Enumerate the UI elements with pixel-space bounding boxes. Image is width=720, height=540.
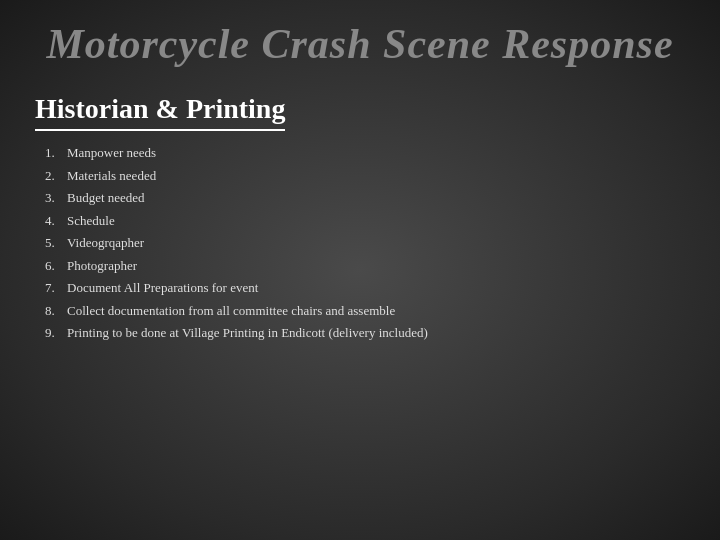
list-text: Printing to be done at Village Printing … xyxy=(67,323,428,343)
list-number: 3. xyxy=(45,188,67,208)
list-text: Manpower needs xyxy=(67,143,156,163)
list-item: 7.Document All Preparations for event xyxy=(45,278,685,298)
list-text: Collect documentation from all committee… xyxy=(67,301,395,321)
list-text: Photographer xyxy=(67,256,137,276)
list-number: 6. xyxy=(45,256,67,276)
list-number: 7. xyxy=(45,278,67,298)
list-item: 5.Videogrqapher xyxy=(45,233,685,253)
list-item: 8.Collect documentation from all committ… xyxy=(45,301,685,321)
list-text: Videogrqapher xyxy=(67,233,144,253)
list-number: 5. xyxy=(45,233,67,253)
section-title: Historian & Printing xyxy=(35,93,285,131)
list-number: 9. xyxy=(45,323,67,343)
list-number: 4. xyxy=(45,211,67,231)
list-text: Schedule xyxy=(67,211,115,231)
section-historian-printing: Historian & Printing 1.Manpower needs2.M… xyxy=(0,83,720,356)
list-item: 4.Schedule xyxy=(45,211,685,231)
list-number: 8. xyxy=(45,301,67,321)
list-item: 2.Materials needed xyxy=(45,166,685,186)
list-item: 1.Manpower needs xyxy=(45,143,685,163)
list-number: 2. xyxy=(45,166,67,186)
list-item: 3.Budget needed xyxy=(45,188,685,208)
list-text: Budget needed xyxy=(67,188,145,208)
list-container: 1.Manpower needs2.Materials needed3.Budg… xyxy=(35,143,685,343)
list-item: 9.Printing to be done at Village Printin… xyxy=(45,323,685,343)
list-text: Document All Preparations for event xyxy=(67,278,258,298)
list-number: 1. xyxy=(45,143,67,163)
list-text: Materials needed xyxy=(67,166,156,186)
main-title: Motorcycle Crash Scene Response xyxy=(0,0,720,83)
list-item: 6.Photographer xyxy=(45,256,685,276)
